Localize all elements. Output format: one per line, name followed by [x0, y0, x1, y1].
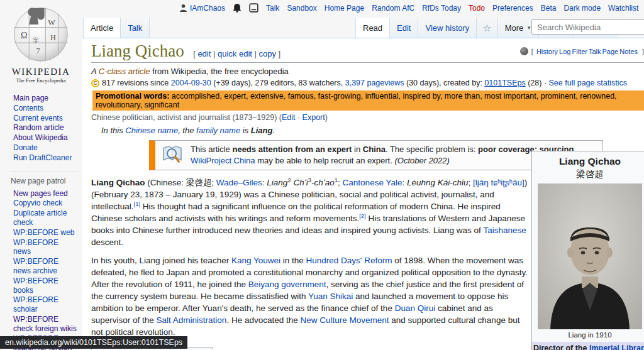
lead-paragraph-2: In his youth, Liang joined his teacher K…: [91, 254, 530, 338]
inline-link[interactable]: Hundred Days' Reform: [306, 256, 392, 265]
sidebar-item-wp-before-web[interactable]: WP:BEFORE web: [13, 228, 78, 238]
hatnote: In this Chinese name, the family name is…: [101, 126, 644, 135]
personal-link-home-page[interactable]: Home Page: [325, 4, 364, 13]
inline-link[interactable]: Beiyang government: [248, 280, 326, 289]
inline-link[interactable]: [ljǎŋ tɕʰǐʈʂʰâu]: [473, 178, 525, 187]
office-link[interactable]: Imperial Library of Peking: [589, 344, 644, 350]
page-title: Liang Qichao: [91, 41, 184, 60]
inline-link[interactable]: 0101TSEps: [484, 79, 525, 87]
inline-link[interactable]: Duan Qirui: [395, 304, 436, 313]
title-copy-link[interactable]: copy: [259, 49, 276, 58]
personal-toolbar: IAmChaos TalkSandboxHome PageRandom AfCR…: [179, 0, 644, 16]
svg-text:H: H: [50, 33, 56, 42]
inline-link[interactable]: Edit: [282, 113, 296, 122]
sidebar-item-duplicate-article-check[interactable]: Duplicate article check: [13, 209, 78, 227]
sidebar-nav: Main pageContentsCurrent eventsRandom ar…: [0, 94, 82, 350]
tab-view-history[interactable]: View history: [418, 18, 477, 38]
user-icon: [179, 4, 187, 12]
inline-link[interactable]: Export: [303, 113, 325, 122]
wikipedia-logo[interactable]: Ω W H 7 字 WIKIPEDIA The Free Encyclopedi…: [0, 5, 82, 84]
personal-link-random-afc[interactable]: Random AfC: [372, 4, 414, 13]
expert-book-magnifier-icon: [162, 146, 183, 165]
personal-link-dark-mode[interactable]: Dark mode: [564, 4, 601, 13]
personal-link-preferences[interactable]: Preferences: [492, 4, 533, 13]
personal-link-rfds-today[interactable]: RfDs Today: [422, 4, 461, 13]
page-tools-row: [ HistoryLogFilterTalkPageNotes ]: [520, 47, 644, 55]
notices-tray-icon[interactable]: [249, 3, 258, 13]
pagetool-page[interactable]: Page: [602, 48, 618, 55]
short-description: Chinese politician, activist and journal…: [91, 113, 644, 122]
inline-link[interactable]: [2]: [359, 212, 366, 219]
sidebar-item-run-draftcleaner[interactable]: Run DraftCleaner: [13, 153, 78, 163]
namespace-tabs: ArticleTalk: [83, 18, 150, 38]
promotional-words-banner: Promotional words: accomplished, expert,…: [92, 90, 644, 111]
portrait-photo[interactable]: [538, 183, 642, 329]
sidebar-item-wp-before-check-foreign-wikis[interactable]: WP:BEFORE check foreign wikis: [13, 315, 78, 334]
inline-link[interactable]: 2004-09-30: [171, 79, 211, 87]
svg-text:字: 字: [33, 37, 39, 44]
pagetool-history[interactable]: History: [536, 48, 558, 55]
pagetool-talk[interactable]: Talk: [589, 48, 601, 55]
svg-text:7: 7: [36, 46, 40, 55]
title-quick-edit-link[interactable]: quick edit: [218, 49, 252, 58]
sidebar-item-wp-before-books[interactable]: WP:BEFORE books: [13, 276, 78, 295]
sidebar-item-current-events[interactable]: Current events: [13, 114, 78, 123]
inline-link[interactable]: [1]: [134, 200, 141, 207]
personal-link-beta[interactable]: Beta: [541, 4, 557, 13]
sidebar-item-contents[interactable]: Contents: [13, 104, 78, 113]
pagetool-log[interactable]: Log: [559, 48, 570, 55]
inline-link[interactable]: Salt Administration: [157, 315, 227, 325]
infobox: Liang Qichao 梁啓超 Liang in 1910: [531, 151, 644, 350]
sidebar-item-wp-before-news-archive[interactable]: WP:BEFORE news archive: [13, 257, 78, 276]
moremenu-ball-icon[interactable]: [520, 47, 528, 55]
inline-link[interactable]: Taishanese: [483, 226, 526, 235]
personal-link-talk[interactable]: Talk: [266, 4, 279, 13]
personal-link-sandbox[interactable]: Sandbox: [287, 4, 316, 13]
link-status-bar: en.wikipedia.org/wiki/0101TSEps:User:010…: [0, 336, 187, 349]
sidebar-item-new-pages-feed[interactable]: New pages feed: [13, 189, 78, 199]
wikipedia-tagline: The Free Encyclopedia: [0, 77, 82, 84]
inline-link[interactable]: Yuan Shikai: [308, 292, 353, 301]
sidebar-item-random-article[interactable]: Random article: [13, 123, 78, 133]
inline-link[interactable]: Wade–Giles: [216, 178, 262, 187]
svg-text:W: W: [48, 18, 55, 27]
wikipedia-page: { "personal_bar": { "username": "IAmChao…: [0, 0, 644, 350]
inline-link[interactable]: New Culture Movement: [300, 315, 389, 325]
sidebar-item-wp-before-news[interactable]: WP:BEFORE news: [13, 238, 78, 257]
sidebar-item-donate[interactable]: Donate: [13, 143, 78, 153]
watch-star-icon[interactable]: ☆: [477, 18, 497, 38]
inline-link[interactable]: Chinese name: [125, 126, 178, 135]
inline-link[interactable]: WikiProject China: [191, 156, 255, 165]
title-edit-link[interactable]: edit: [197, 49, 211, 58]
sidebar-item-wp-before-scholar[interactable]: WP:BEFORE scholar: [13, 295, 78, 314]
svg-text:Ω: Ω: [21, 30, 27, 40]
tab-read[interactable]: Read: [355, 18, 390, 38]
inline-link[interactable]: family name: [196, 126, 240, 135]
tab-talk[interactable]: Talk: [121, 18, 150, 38]
infobox-name: Liang Qichao: [532, 154, 644, 167]
wikipedia-wordmark: WIKIPEDIA: [0, 67, 82, 77]
photo-caption: Liang in 1910: [532, 329, 644, 342]
c-class-icon: C: [91, 79, 99, 87]
search-input[interactable]: [531, 19, 644, 35]
sidebar: Ω W H 7 字 WIKIPEDIA The Free Encyclopedi…: [0, 0, 82, 350]
personal-link-watchlist[interactable]: Watchlist: [608, 4, 638, 13]
inline-link[interactable]: Cantonese Yale: [343, 178, 402, 187]
sidebar-item-copyvio-check[interactable]: Copyvio check: [13, 199, 78, 208]
tab-article[interactable]: Article: [83, 18, 121, 38]
pagetool-filter[interactable]: Filter: [572, 48, 587, 55]
inline-link[interactable]: 3,397 pageviews: [345, 79, 404, 87]
personal-link-todo[interactable]: Todo: [469, 4, 485, 13]
pagetool-notes[interactable]: Notes: [619, 48, 638, 55]
notifications-bell-icon[interactable]: [233, 3, 242, 13]
wikipedia-globe-icon: Ω W H 7 字: [11, 5, 70, 63]
sidebar-heading-new-page-patrol: New page patrol: [11, 171, 78, 185]
tab-edit[interactable]: Edit: [390, 18, 418, 38]
sidebar-item-about-wikipedia[interactable]: About Wikipedia: [13, 133, 78, 143]
sidebar-item-main-page[interactable]: Main page: [13, 94, 78, 103]
inline-link[interactable]: Kang Youwei: [231, 256, 280, 265]
lead-paragraph-1: Liang Qichao (Chinese: 梁啓超; Wade–Giles: …: [91, 177, 530, 248]
inline-link[interactable]: See full page statistics: [549, 79, 627, 87]
infobox-office-header: Director of the Imperial Library of Peki…: [532, 342, 644, 350]
username-link[interactable]: IAmChaos: [190, 4, 225, 13]
